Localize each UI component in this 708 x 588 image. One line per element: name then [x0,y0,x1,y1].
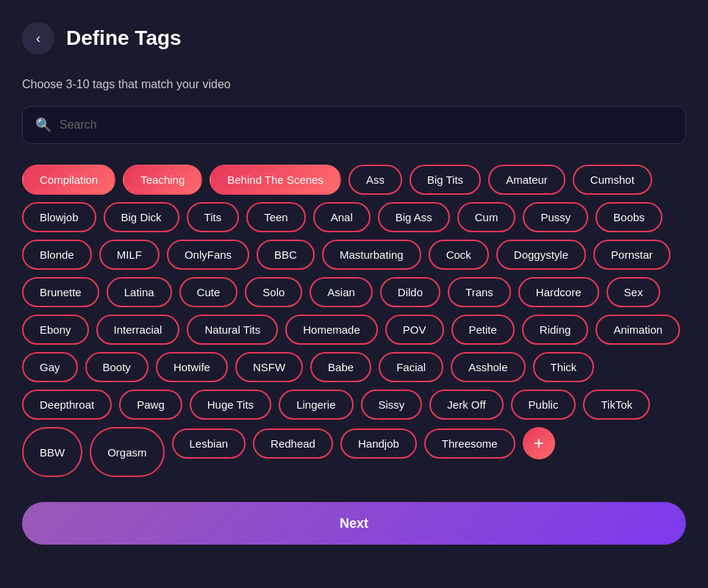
tag-pussy[interactable]: Pussy [523,202,588,232]
tag-cute[interactable]: Cute [179,277,238,307]
tag-lesbian[interactable]: Lesbian [172,429,246,459]
tag-teen[interactable]: Teen [246,202,306,232]
next-button[interactable]: Next [22,502,686,545]
tag-ebony[interactable]: Ebony [22,315,89,345]
tag-hardcore[interactable]: Hardcore [518,277,599,307]
tag-gay[interactable]: Gay [22,352,78,382]
tag-animation[interactable]: Animation [596,315,680,345]
tag-riding[interactable]: Riding [522,315,589,345]
tag-booty[interactable]: Booty [85,352,149,382]
tag-big-dick[interactable]: Big Dick [104,202,179,232]
tag-big-ass[interactable]: Big Ass [378,202,450,232]
tag-masturbating[interactable]: Masturbating [322,240,421,270]
tag-pawg[interactable]: Pawg [119,390,182,420]
tag-tits[interactable]: Tits [187,202,240,232]
tag-blonde[interactable]: Blonde [22,240,92,270]
tag-teaching[interactable]: Teaching [123,165,202,195]
last-tag-row: LesbianRedheadHandjobThreesome+ [172,427,555,459]
tag-solo[interactable]: Solo [245,277,302,307]
tag-public[interactable]: Public [511,390,576,420]
page-title: Define Tags [66,26,182,50]
tag-onlyfans[interactable]: OnlyFans [167,240,249,270]
tag-blowjob[interactable]: Blowjob [22,202,96,232]
tag-jerk-off[interactable]: Jerk Off [429,390,503,420]
tag-milf[interactable]: MILF [99,240,160,270]
tag-boobs[interactable]: Boobs [596,202,662,232]
tag-ass[interactable]: Ass [348,165,402,195]
tag-cumshot[interactable]: Cumshot [573,165,652,195]
back-icon: ‹ [36,31,40,46]
tag-huge-tits[interactable]: Huge Tits [190,390,271,420]
tag-thick[interactable]: Thick [533,352,595,382]
tag-asian[interactable]: Asian [310,277,373,307]
tag-hotwife[interactable]: Hotwife [156,352,228,382]
tag-asshole[interactable]: Asshole [451,352,525,382]
tag-handjob[interactable]: Handjob [340,429,417,459]
tag-latina[interactable]: Latina [107,277,172,307]
back-button[interactable]: ‹ [22,22,54,54]
tag-amateur[interactable]: Amateur [488,165,565,195]
tag-anal[interactable]: Anal [313,202,371,232]
tag-brunette[interactable]: Brunette [22,277,99,307]
tag-facial[interactable]: Facial [379,352,443,382]
tag-interracial[interactable]: Interracial [96,315,180,345]
tag-natural-tits[interactable]: Natural Tits [187,315,278,345]
tags-area: CompilationTeachingBehind The ScenesAssB… [22,165,686,477]
tag-pov[interactable]: POV [385,315,444,345]
add-tag-button[interactable]: + [523,427,555,459]
tag-dildo[interactable]: Dildo [380,277,440,307]
tag-deepthroat[interactable]: Deepthroat [22,390,112,420]
search-icon: 🔍 [35,117,51,133]
tag-lingerie[interactable]: Lingerie [279,390,353,420]
tag-threesome[interactable]: Threesome [424,429,515,459]
tag-redhead[interactable]: Redhead [253,429,333,459]
tag-tiktok[interactable]: TikTok [583,390,650,420]
tag-cum[interactable]: Cum [457,202,516,232]
tag-bbc[interactable]: BBC [257,240,315,270]
tag-doggystyle[interactable]: Doggystyle [496,240,586,270]
tag-big-tits[interactable]: Big Tits [410,165,481,195]
tag-homemade[interactable]: Homemade [285,315,378,345]
search-container: 🔍 [22,106,686,144]
tag-babe[interactable]: Babe [310,352,371,382]
tag-compilation[interactable]: Compilation [22,165,115,195]
subtitle: Choose 3-10 tags that match your video [22,78,686,91]
tag-pornstar[interactable]: Pornstar [593,240,671,270]
tag-sissy[interactable]: Sissy [361,390,423,420]
tag-bbw[interactable]: BBW [22,427,82,477]
tag-nsfw[interactable]: NSFW [235,352,303,382]
tag-trans[interactable]: Trans [448,277,511,307]
tag-cock[interactable]: Cock [429,240,489,270]
tag-petite[interactable]: Petite [451,315,515,345]
tag-sex[interactable]: Sex [607,277,661,307]
tag-behind-the-scenes[interactable]: Behind The Scenes [210,165,341,195]
search-input[interactable] [22,106,686,144]
tag-orgasm[interactable]: Orgasm [90,427,164,477]
